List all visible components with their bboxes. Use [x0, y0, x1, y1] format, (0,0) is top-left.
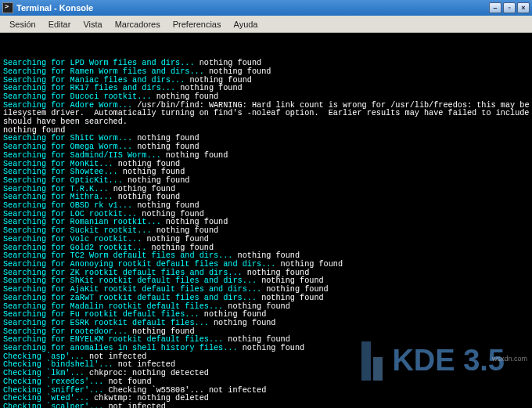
line-label: Searching for ESRK rootkit default files… — [3, 319, 214, 327]
line-label: Searching for Madalin rootkit default fi… — [3, 302, 228, 311]
line-label: Searching for Maniac files and dirs... — [3, 76, 189, 85]
line-label: Searching for Suckit rootkit... — [3, 226, 156, 235]
line-result: not found — [109, 377, 152, 386]
line-label: Searching for ShKit rootkit default file… — [3, 276, 261, 285]
line-result: ilesystem driver. Automatically turning … — [3, 109, 532, 117]
line-result: nothing found — [243, 344, 304, 352]
menu-ayuda[interactable]: Ayuda — [228, 17, 264, 31]
window-controls: – ▫ × — [489, 2, 530, 13]
line-label: Checking `rexedcs'... — [3, 377, 109, 386]
line-result: nothing found — [247, 269, 309, 277]
menu-vista[interactable]: Vista — [77, 17, 108, 31]
line-label: Searching for Adore Worm... — [3, 101, 137, 110]
line-result: nothing found — [204, 310, 266, 319]
line-result: nothing found — [228, 302, 289, 311]
line-result: nothing found — [113, 185, 175, 193]
line-label: Checking `bindshell'... — [3, 360, 118, 369]
line-label: Searching for LOC rootkit... — [3, 210, 142, 218]
close-button[interactable]: × — [517, 2, 530, 13]
line-label: Searching for Gold2 rootkit... — [3, 244, 152, 252]
line-label: Checking `wted'... — [3, 394, 94, 403]
line-label: Searching for Volc rootkit... — [3, 235, 146, 244]
line-result: nothing found — [228, 335, 289, 344]
line-result: nothing found — [137, 143, 199, 151]
line-label: Searching for ZK rootkit default files a… — [3, 269, 247, 277]
line-result: nothing found — [156, 92, 218, 101]
konsole-window: Terminal - Konsole – ▫ × Sesión Editar V… — [0, 0, 532, 408]
line-result: nothing found — [156, 226, 218, 235]
line-label: Checking `sniffer'... — [3, 386, 109, 395]
line-result: nothing found — [3, 126, 65, 135]
line-result: nothing found — [152, 244, 214, 252]
line-label: Checking `lkm'... — [3, 369, 89, 377]
line-label: Searching for Mithra... — [3, 193, 118, 201]
line-label: Searching for Anonoying rootkit default … — [3, 260, 281, 269]
line-label: Searching for T.R.K... — [3, 185, 113, 193]
line-label: Searching for Ramen Worm files and dirs.… — [3, 67, 209, 76]
line-label: Checking `scalper'... — [3, 403, 109, 408]
line-result: nothing found — [238, 251, 300, 260]
line-result: nothing found — [261, 294, 323, 302]
line-label: Searching for Sadmind/IIS Worm... — [3, 151, 166, 160]
line-label: Searching for ShitC Worm... — [3, 134, 137, 143]
menu-editar[interactable]: Editar — [42, 17, 77, 31]
line-label: Searching for Romanian rootkit... — [3, 218, 166, 226]
line-result: nothing found — [132, 327, 194, 336]
line-label: Searching for zaRwT rootkit default file… — [3, 294, 261, 302]
line-result: nothing found — [281, 260, 343, 269]
menu-marcadores[interactable]: Marcadores — [109, 17, 167, 31]
menu-preferencias[interactable]: Preferencias — [167, 17, 228, 31]
line-label: Searching for Showtee... — [3, 168, 123, 176]
line-result: nothing found — [214, 319, 275, 327]
terminal-output[interactable]: KDE 3.5 Searching for LPD Worm files and… — [0, 33, 532, 408]
terminal-icon — [2, 2, 13, 13]
line-result: not infected — [118, 360, 175, 369]
window-title: Terminal - Konsole — [16, 3, 93, 13]
titlebar[interactable]: Terminal - Konsole – ▫ × — [0, 0, 532, 16]
line-label: Searching for OBSD rk v1... — [3, 201, 137, 210]
line-label: Searching for RK17 files and dirs... — [3, 84, 180, 92]
line-result: nothing found — [261, 276, 323, 285]
maximize-button[interactable]: ▫ — [503, 2, 516, 13]
line-label: Searching for Fu rootkit default files..… — [3, 310, 204, 319]
line-result: nothing found — [137, 201, 199, 210]
line-result: nothing found — [146, 235, 208, 244]
line-result: chkwtmp: nothing deleted — [94, 394, 209, 403]
menubar: Sesión Editar Vista Marcadores Preferenc… — [0, 16, 532, 33]
line-label: Searching for Ducoci rootkit... — [3, 92, 156, 101]
line-result: nothing found — [266, 285, 328, 294]
line-result: nothing found — [200, 59, 261, 67]
line-result: nothing found — [142, 210, 203, 218]
line-result: nothing found — [209, 67, 271, 76]
line-result: nothing found — [123, 168, 185, 176]
line-result: not infected — [109, 403, 166, 408]
line-label: Searching for LPD Worm files and dirs... — [3, 59, 200, 67]
minimize-button[interactable]: – — [489, 2, 501, 13]
line-result: nothing found — [137, 134, 199, 143]
line-result: nothing found — [180, 84, 242, 92]
line-result: chkproc: nothing detected — [89, 369, 209, 377]
line-result: nothing found — [118, 160, 180, 168]
line-result: should have been searched. — [3, 117, 128, 126]
line-label: Searching for ENYELKM rootkit default fi… — [3, 335, 228, 344]
line-label: Searching for AjaKit rootkit default fil… — [3, 285, 266, 294]
line-result: Checking `w55808'... not infected — [109, 386, 267, 395]
line-result: nothing found — [189, 76, 251, 85]
line-label: Searching for OpticKit... — [3, 176, 128, 185]
line-result: nothing found — [118, 193, 180, 201]
line-label: Searching for Omega Worm... — [3, 143, 137, 151]
line-label: Searching for TC2 Worm default files and… — [3, 251, 238, 260]
terminal-line: Checking `scalper'... not infected — [3, 403, 529, 408]
line-result: nothing found — [166, 151, 228, 160]
line-result: /usr/bin/find: WARNING: Hard link count … — [137, 101, 532, 110]
menu-sesion[interactable]: Sesión — [3, 17, 42, 31]
terminal-line: should have been searched. — [3, 118, 529, 127]
watermark: wsxdn.com — [492, 356, 527, 363]
line-label: Searching for anomalies in shell history… — [3, 344, 243, 352]
line-label: Searching for MonKit... — [3, 160, 118, 168]
line-result: nothing found — [166, 218, 228, 226]
line-result: nothing found — [128, 176, 189, 185]
line-label: Searching for rootedoor... — [3, 327, 132, 336]
